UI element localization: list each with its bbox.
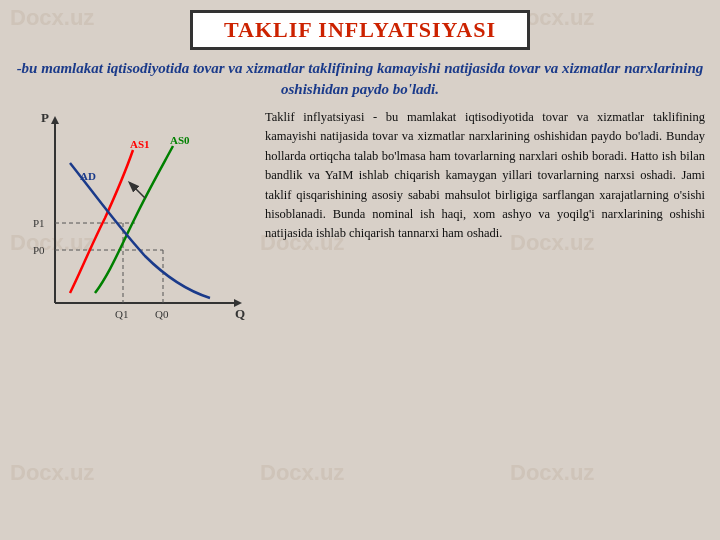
- as0-label: AS0: [170, 134, 190, 146]
- page-title: TAKLIF INFLYATSIYASI: [224, 17, 496, 42]
- q0-label: Q0: [155, 308, 169, 320]
- svg-line-8: [130, 183, 145, 198]
- watermark-7: Docx.uz: [10, 460, 94, 486]
- p-axis-label: P: [41, 110, 49, 125]
- ad-label: AD: [80, 170, 96, 182]
- q-axis-label: Q: [235, 306, 245, 321]
- q1-label: Q1: [115, 308, 128, 320]
- body-area: P Q P1 P0 Q1 Q0: [15, 108, 705, 342]
- body-text: Taklif inflyatsiyasi - bu mamlakat iqtis…: [265, 108, 705, 244]
- watermark-8: Docx.uz: [260, 460, 344, 486]
- ad-curve: [70, 163, 210, 298]
- p0-label: P0: [33, 244, 45, 256]
- watermark-9: Docx.uz: [510, 460, 594, 486]
- p1-label: P1: [33, 217, 45, 229]
- supply-inflation-chart: P Q P1 P0 Q1 Q0: [15, 108, 255, 338]
- as1-label: AS1: [130, 138, 150, 150]
- main-content: TAKLIF INFLYATSIYASI -bu mamlakat iqtiso…: [0, 0, 720, 350]
- title-box: TAKLIF INFLYATSIYASI: [190, 10, 530, 50]
- subtitle: -bu mamlakat iqtisodiyotida tovar va xiz…: [15, 58, 705, 100]
- svg-marker-2: [51, 116, 59, 124]
- chart-area: P Q P1 P0 Q1 Q0: [15, 108, 255, 342]
